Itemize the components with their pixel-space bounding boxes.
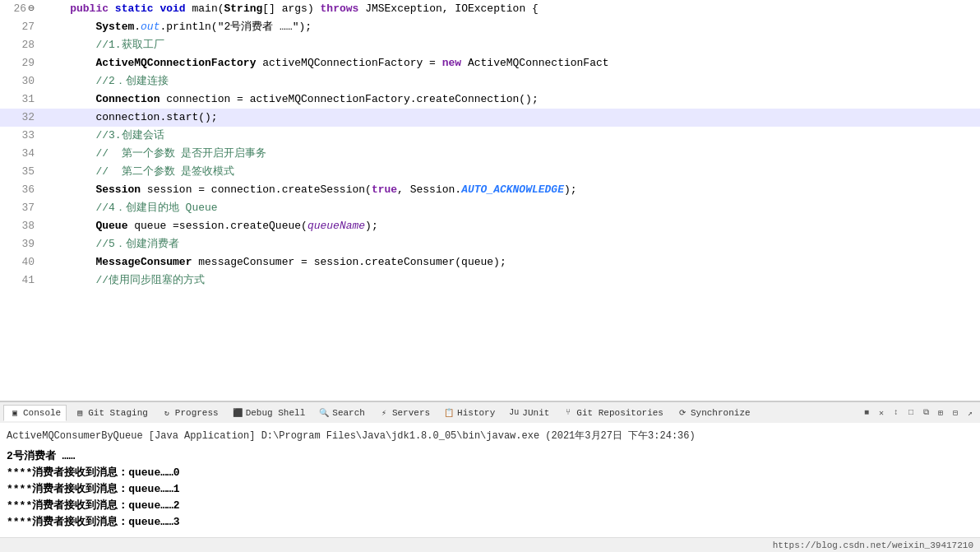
line-number: 36 bbox=[0, 181, 41, 199]
ctrl-btn-6[interactable]: ⊟ bbox=[949, 406, 962, 420]
debug-shell-tab-label: Debug Shell bbox=[246, 408, 306, 418]
code-line: 41 //使用同步阻塞的方式 bbox=[0, 271, 980, 290]
console-area: ActiveMQConsumerByQueue [Java Applicatio… bbox=[0, 423, 980, 537]
search-tab-label: Search bbox=[332, 408, 365, 418]
tab-servers[interactable]: ⚡Servers bbox=[372, 405, 436, 421]
console-tabs-bar: ▣Console▤Git Staging↻Progress⬛Debug Shel… bbox=[0, 401, 980, 423]
servers-tab-icon: ⚡ bbox=[378, 407, 390, 419]
line-number: 33 bbox=[0, 127, 41, 145]
junit-tab-icon: Ju bbox=[508, 407, 520, 419]
junit-tab-label: JUnit bbox=[522, 408, 549, 418]
ctrl-btn-5[interactable]: ⊞ bbox=[934, 406, 947, 420]
tab-console[interactable]: ▣Console bbox=[3, 405, 67, 421]
ctrl-btn-0[interactable]: ■ bbox=[860, 406, 873, 420]
tab-junit[interactable]: JuJUnit bbox=[502, 405, 555, 421]
code-line: 36 Session session = connection.createSe… bbox=[0, 181, 980, 199]
line-number: 31 bbox=[0, 90, 41, 109]
line-number: 40 bbox=[0, 253, 41, 271]
code-line: 39 //5．创建消费者 bbox=[0, 235, 980, 253]
console-output-line: ****消费者接收到消息：queue……1 bbox=[7, 481, 973, 498]
ctrl-btn-7[interactable]: ↗ bbox=[964, 406, 977, 420]
line-content: //1.获取工厂 bbox=[41, 36, 980, 54]
line-number: 41 bbox=[0, 271, 41, 290]
line-content: //5．创建消费者 bbox=[41, 235, 980, 253]
console-tab-label: Console bbox=[23, 408, 61, 418]
line-content: System.out.println("2号消费者 ……"); bbox=[41, 18, 980, 36]
code-line: 31 Connection connection = activeMQConne… bbox=[0, 90, 980, 109]
history-tab-label: History bbox=[457, 408, 495, 418]
code-line: 33 //3.创建会话 bbox=[0, 127, 980, 145]
status-bar: https://blog.csdn.net/weixin_39417210 bbox=[0, 537, 980, 552]
console-output-line: ****消费者接收到消息：queue……0 bbox=[7, 465, 973, 481]
git-staging-tab-label: Git Staging bbox=[88, 408, 148, 418]
line-number: 30 bbox=[0, 72, 41, 90]
git-repos-tab-label: Git Repositories bbox=[576, 408, 663, 418]
code-line: 38 Queue queue =session.createQueue(queu… bbox=[0, 217, 980, 235]
line-content: public static void main(String[] args) t… bbox=[41, 0, 980, 18]
tab-synchronize[interactable]: ⟳Synchronize bbox=[671, 405, 756, 421]
line-content: //使用同步阻塞的方式 bbox=[41, 271, 980, 290]
code-line: 37 //4．创建目的地 Queue bbox=[0, 199, 980, 217]
line-number: 27 bbox=[0, 18, 41, 36]
line-number: 34 bbox=[0, 145, 41, 163]
ctrl-btn-3[interactable]: □ bbox=[904, 406, 918, 420]
line-content: ActiveMQConnectionFactory activeMQConnec… bbox=[41, 54, 980, 72]
console-tab-icon: ▣ bbox=[9, 407, 21, 419]
code-line: 26 public static void main(String[] args… bbox=[0, 0, 980, 18]
line-content: //2．创建连接 bbox=[41, 72, 980, 90]
console-output-line: ****消费者接收到消息：queue……3 bbox=[7, 514, 973, 531]
line-content: // 第一个参数 是否开启开启事务 bbox=[41, 145, 980, 163]
progress-tab-label: Progress bbox=[175, 408, 219, 418]
code-line: 27 System.out.println("2号消费者 ……"); bbox=[0, 18, 980, 36]
ctrl-btn-1[interactable]: ✕ bbox=[875, 406, 888, 420]
synchronize-tab-icon: ⟳ bbox=[677, 407, 688, 419]
console-path: ActiveMQConsumerByQueue [Java Applicatio… bbox=[7, 426, 973, 445]
line-content: //4．创建目的地 Queue bbox=[41, 199, 980, 217]
git-repos-tab-icon: ⑂ bbox=[562, 407, 574, 419]
line-content: // 第二个参数 是签收模式 bbox=[41, 163, 980, 181]
tab-progress[interactable]: ↻Progress bbox=[155, 405, 224, 421]
search-tab-icon: 🔍 bbox=[318, 407, 330, 419]
ctrl-btn-2[interactable]: ↕ bbox=[890, 406, 903, 420]
line-content: Connection connection = activeMQConnecti… bbox=[41, 90, 980, 109]
code-line: 34 // 第一个参数 是否开启开启事务 bbox=[0, 145, 980, 163]
console-output-line: ****消费者接收到消息：queue……2 bbox=[7, 498, 973, 514]
code-line: 32 connection.start(); bbox=[0, 109, 980, 127]
code-line: 29 ActiveMQConnectionFactory activeMQCon… bbox=[0, 54, 980, 72]
code-lines: 26 public static void main(String[] args… bbox=[0, 0, 980, 401]
line-content: Queue queue =session.createQueue(queueNa… bbox=[41, 217, 980, 235]
console-output: 2号消费者 ……****消费者接收到消息：queue……0****消费者接收到消… bbox=[7, 445, 973, 534]
debug-shell-tab-icon: ⬛ bbox=[232, 407, 243, 419]
line-content: Session session = connection.createSessi… bbox=[41, 181, 980, 199]
code-line: 30 //2．创建连接 bbox=[0, 72, 980, 90]
servers-tab-label: Servers bbox=[392, 408, 430, 418]
git-staging-tab-icon: ▤ bbox=[74, 407, 86, 419]
tab-debug-shell[interactable]: ⬛Debug Shell bbox=[226, 405, 312, 421]
synchronize-tab-label: Synchronize bbox=[691, 408, 751, 418]
code-line: 28 //1.获取工厂 bbox=[0, 36, 980, 54]
line-number: 39 bbox=[0, 235, 41, 253]
status-url: https://blog.csdn.net/weixin_39417210 bbox=[773, 540, 973, 550]
line-number: 28 bbox=[0, 36, 41, 54]
line-number: 38 bbox=[0, 217, 41, 235]
tab-git-repos[interactable]: ⑂Git Repositories bbox=[557, 405, 669, 421]
line-content: connection.start(); bbox=[41, 109, 980, 127]
tab-controls: ■✕↕□⧉⊞⊟↗ bbox=[860, 406, 977, 420]
line-number: 32 bbox=[0, 109, 41, 127]
line-number: 35 bbox=[0, 163, 41, 181]
line-number: 26 bbox=[0, 0, 41, 18]
line-number: 29 bbox=[0, 54, 41, 72]
history-tab-icon: 📋 bbox=[443, 407, 455, 419]
line-content: //3.创建会话 bbox=[41, 127, 980, 145]
tab-git-staging[interactable]: ▤Git Staging bbox=[68, 405, 154, 421]
code-line: 35 // 第二个参数 是签收模式 bbox=[0, 163, 980, 181]
line-number: 37 bbox=[0, 199, 41, 217]
tab-search[interactable]: 🔍Search bbox=[312, 405, 371, 421]
line-content: MessageConsumer messageConsumer = sessio… bbox=[41, 253, 980, 271]
progress-tab-icon: ↻ bbox=[161, 407, 173, 419]
code-editor: 26 public static void main(String[] args… bbox=[0, 0, 980, 401]
ctrl-btn-4[interactable]: ⧉ bbox=[919, 406, 932, 420]
console-output-line: 2号消费者 …… bbox=[7, 448, 973, 465]
code-line: 40 MessageConsumer messageConsumer = ses… bbox=[0, 253, 980, 271]
tab-history[interactable]: 📋History bbox=[437, 405, 501, 421]
